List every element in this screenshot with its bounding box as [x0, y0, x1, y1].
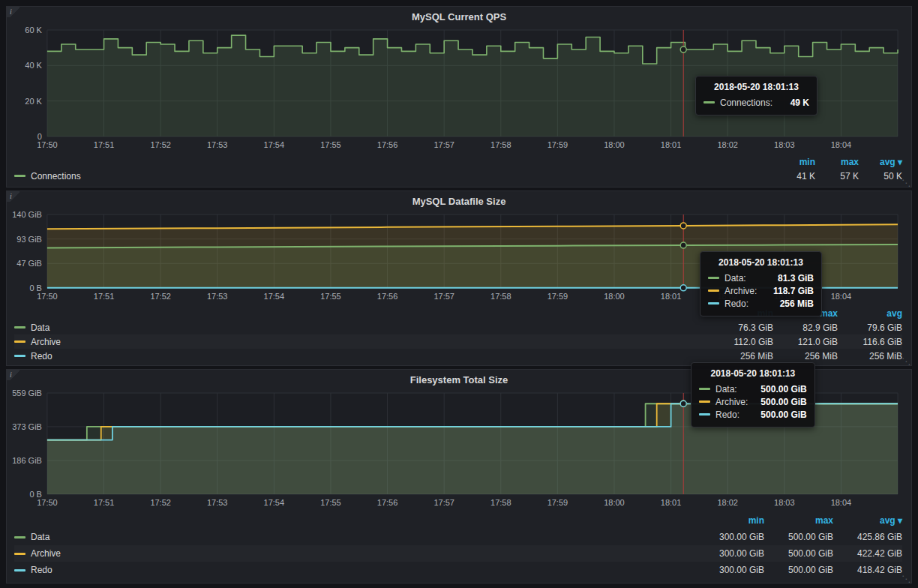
x-axis-tick-label: 17:54 — [264, 140, 284, 149]
x-axis-tick-label: 17:55 — [320, 140, 340, 149]
legend-header-row: minmaxavg ▾ — [14, 154, 902, 169]
resize-handle-icon[interactable]: ⋱ — [902, 178, 910, 188]
x-axis-tick-label: 17:54 — [264, 292, 284, 301]
hover-point-icon — [680, 223, 686, 229]
tooltip-series-row: Connections:49 K — [704, 96, 809, 109]
legend-row: Connections41 K57 K50 K — [14, 169, 902, 183]
legend-row: Redo300.00 GiB500.00 GiB418.42 GiB — [14, 562, 902, 578]
panel-filesystem-total-size: i Filesystem Total Size 17:5017:5117:521… — [6, 369, 912, 584]
y-axis-tick-label: 93 GiB — [16, 235, 42, 244]
legend-value: 57 K — [815, 171, 859, 182]
x-axis-tick-label: 17:56 — [377, 292, 398, 301]
hover-point-icon — [680, 46, 686, 52]
x-axis-tick-label: 17:53 — [207, 292, 227, 301]
x-axis-tick-label: 17:56 — [377, 140, 398, 149]
x-axis-tick-label: 17:52 — [150, 140, 170, 149]
y-axis-tick-label: 0 B — [29, 284, 41, 292]
legend-sort-avg[interactable]: avg ▾ — [859, 157, 902, 167]
x-axis-tick-label: 17:51 — [94, 292, 114, 301]
y-axis-tick-label: 20 K — [25, 97, 42, 106]
x-axis-tick-label: 17:56 — [377, 498, 398, 507]
y-axis-tick-label: 60 K — [25, 26, 42, 34]
legend-value: 256 MiB — [773, 351, 838, 362]
series-color-icon — [708, 302, 719, 304]
x-axis-tick-label: 17:57 — [434, 292, 454, 301]
legend-sort-min[interactable]: min — [772, 157, 815, 167]
x-axis-tick-label: 18:02 — [717, 140, 737, 149]
legend-series-toggle[interactable]: Connections — [14, 171, 772, 182]
tooltip-series-row: Archive:500.00 GiB — [699, 395, 807, 408]
panel-title[interactable]: MySQL Current QPS — [10, 7, 908, 24]
legend-row: Data300.00 GiB500.00 GiB425.86 GiB — [14, 529, 902, 545]
chart-tooltip: 2018-05-20 18:01:13Data:500.00 GiBArchiv… — [691, 362, 815, 428]
legend-row: Archive112.0 GiB121.0 GiB116.6 GiB — [14, 334, 902, 349]
x-axis-tick-label: 17:51 — [94, 498, 114, 507]
hover-point-icon — [680, 242, 686, 248]
panel-info-icon[interactable]: i — [7, 370, 20, 380]
legend-value: 256 MiB — [709, 351, 773, 362]
x-axis-tick-label: 17:52 — [150, 292, 170, 301]
legend-sort-min[interactable]: min — [695, 515, 764, 526]
legend-value: 79.6 GiB — [838, 322, 902, 333]
x-axis-tick-label: 17:55 — [320, 498, 340, 507]
series-color-icon — [14, 326, 26, 328]
legend-series-toggle[interactable]: Redo — [14, 565, 695, 575]
legend-value: 41 K — [772, 171, 815, 182]
tooltip-series-row: Archive:118.7 GiB — [708, 284, 814, 297]
tooltip-timestamp: 2018-05-20 18:01:13 — [699, 368, 807, 379]
filesystem-legend: minmaxavg ▾Data300.00 GiB500.00 GiB425.8… — [10, 511, 908, 580]
x-axis-tick-label: 17:52 — [150, 498, 170, 507]
resize-handle-icon[interactable]: ⋱ — [902, 574, 910, 584]
legend-series-toggle[interactable]: Data — [14, 532, 695, 542]
x-axis-tick-label: 17:57 — [434, 498, 454, 507]
x-axis-tick-label: 18:01 — [661, 498, 681, 507]
panel-mysql-current-qps: i MySQL Current QPS 17:5017:5117:5217:53… — [6, 6, 912, 188]
legend-sort-max[interactable]: max — [815, 157, 859, 167]
legend-row: Data76.3 GiB82.9 GiB79.6 GiB — [14, 320, 902, 334]
legend-sort-max[interactable]: max — [764, 515, 833, 526]
x-axis-tick-label: 18:04 — [831, 140, 851, 149]
legend-sort-avg[interactable]: avg — [838, 308, 902, 319]
tooltip-series-row: Redo:500.00 GiB — [699, 408, 807, 421]
legend-value: 300.00 GiB — [695, 565, 764, 575]
x-axis-tick-label: 18:00 — [604, 140, 624, 149]
x-axis-tick-label: 17:53 — [207, 498, 227, 507]
tooltip-series-value: 49 K — [783, 98, 809, 108]
series-color-icon — [14, 553, 26, 555]
tooltip-series-name: Redo: — [716, 410, 740, 420]
legend-series-toggle[interactable]: Data — [14, 322, 709, 333]
hover-point-icon — [680, 400, 686, 406]
legend-value: 50 K — [859, 171, 902, 182]
x-axis-tick-label: 17:58 — [490, 292, 511, 301]
legend-series-toggle[interactable]: Archive — [14, 337, 709, 347]
legend-row: Redo256 MiB256 MiB256 MiB — [14, 349, 902, 363]
x-axis-tick-label: 17:50 — [37, 140, 57, 149]
legend-value: 82.9 GiB — [773, 322, 838, 333]
x-axis-tick-label: 17:59 — [548, 292, 568, 301]
legend-value: 76.3 GiB — [709, 322, 773, 333]
series-color-icon — [699, 388, 710, 390]
tooltip-series-value: 81.3 GiB — [770, 273, 814, 284]
panel-title[interactable]: MySQL Datafile Size — [10, 191, 908, 208]
series-color-icon — [704, 101, 715, 104]
chart-tooltip: 2018-05-20 18:01:13Connections:49 K — [695, 76, 818, 116]
legend-sort-avg[interactable]: avg ▾ — [833, 515, 902, 526]
series-color-icon — [14, 175, 26, 177]
legend-series-toggle[interactable]: Redo — [14, 351, 709, 362]
tooltip-series-name: Archive: — [716, 397, 748, 407]
series-color-icon — [699, 413, 710, 416]
legend-value: 300.00 GiB — [695, 532, 764, 542]
y-axis-tick-label: 140 GiB — [12, 210, 42, 219]
x-axis-tick-label: 18:00 — [604, 498, 624, 507]
y-axis-tick-label: 373 GiB — [12, 422, 42, 431]
legend-value: 425.86 GiB — [833, 532, 902, 542]
tooltip-series-name: Connections: — [720, 98, 772, 108]
panel-info-icon[interactable]: i — [7, 7, 20, 17]
legend-value: 422.42 GiB — [833, 548, 902, 559]
x-axis-tick-label: 18:04 — [831, 498, 851, 507]
y-axis-tick-label: 0 — [38, 132, 42, 141]
legend-series-toggle[interactable]: Archive — [14, 548, 695, 559]
panel-info-icon[interactable]: i — [7, 191, 20, 202]
x-axis-tick-label: 17:59 — [548, 140, 568, 149]
resize-handle-icon[interactable]: ⋱ — [902, 357, 910, 366]
